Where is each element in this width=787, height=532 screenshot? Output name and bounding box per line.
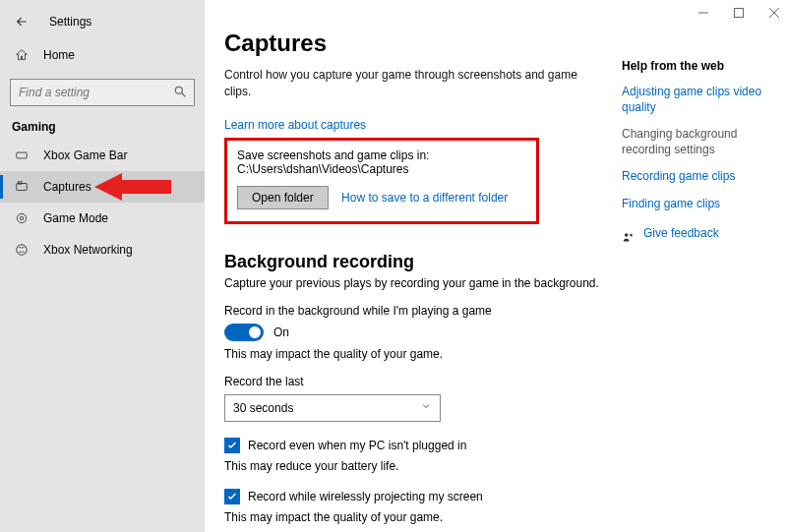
sidebar-item-xbox-game-bar[interactable]: Xbox Game Bar: [0, 140, 205, 171]
help-panel: Help from the web Adjusting game clips v…: [622, 59, 769, 253]
app-title: Settings: [49, 15, 91, 29]
search-icon: [173, 85, 187, 101]
page-title: Captures: [224, 30, 763, 57]
bg-toggle-note: This may impact the quality of your game…: [224, 347, 763, 361]
how-to-save-link[interactable]: How to save to a different folder: [341, 191, 508, 205]
toggle-track-icon: [224, 324, 264, 341]
record-unplugged-label: Record even when my PC isn't plugged in: [248, 439, 466, 452]
xbox-networking-icon: [14, 243, 30, 257]
sidebar: Settings Home Gaming Xbox Game Bar Ca: [0, 0, 205, 532]
feedback-icon: [622, 231, 636, 248]
sidebar-item-game-mode[interactable]: Game Mode: [0, 203, 205, 234]
search-wrap: [10, 79, 195, 106]
svg-point-0: [175, 87, 182, 93]
chevron-down-icon: [420, 400, 432, 415]
window-controls: [696, 6, 781, 20]
svg-marker-5: [94, 173, 171, 201]
svg-rect-2: [17, 152, 28, 158]
save-path-text: Save screenshots and game clips in: C:\U…: [237, 148, 526, 176]
home-icon: [14, 48, 30, 62]
bg-toggle[interactable]: On: [224, 324, 763, 341]
titlebar: Settings: [0, 6, 205, 37]
open-folder-button[interactable]: Open folder: [237, 186, 329, 209]
sidebar-item-label: Xbox Game Bar: [43, 148, 127, 162]
help-link-adjust-quality[interactable]: Adjusting game clips video quality: [622, 85, 769, 115]
help-text-muted: Changing background recording settings: [622, 127, 769, 157]
give-feedback[interactable]: Give feedback: [622, 226, 769, 254]
bg-toggle-state: On: [273, 325, 289, 339]
background-recording-sub: Capture your previous plays by recording…: [224, 276, 763, 290]
record-last-value: 30 seconds: [233, 401, 293, 415]
learn-more-link[interactable]: Learn more about captures: [224, 118, 366, 132]
sidebar-item-label: Captures: [43, 180, 91, 194]
svg-point-6: [17, 213, 26, 222]
sidebar-item-label: Xbox Networking: [43, 243, 133, 257]
record-last-label: Record the last: [224, 375, 763, 388]
captures-icon: [14, 180, 30, 194]
sidebar-item-label: Game Mode: [43, 211, 108, 225]
record-wireless-note: This may impact the quality of your game…: [224, 510, 763, 524]
help-heading: Help from the web: [622, 59, 769, 73]
checkbox-checked-icon: [224, 489, 240, 504]
page-intro: Control how you capture your game throug…: [224, 67, 578, 100]
background-recording-heading: Background recording: [224, 252, 763, 272]
close-button[interactable]: [767, 6, 781, 20]
record-unplugged-checkbox[interactable]: Record even when my PC isn't plugged in: [224, 438, 763, 453]
record-last-select[interactable]: 30 seconds: [224, 394, 441, 422]
sidebar-section-label: Gaming: [0, 106, 205, 140]
back-button[interactable]: [12, 12, 31, 31]
svg-rect-11: [735, 9, 744, 18]
svg-line-1: [182, 93, 186, 97]
search-input[interactable]: [10, 79, 195, 106]
help-link-finding-clips[interactable]: Finding game clips: [622, 197, 769, 212]
sidebar-item-xbox-networking[interactable]: Xbox Networking: [0, 234, 205, 266]
bg-toggle-label: Record in the background while I'm playi…: [224, 304, 763, 318]
record-wireless-label: Record while wirelessly projecting my sc…: [248, 490, 483, 503]
gamemode-icon: [14, 211, 30, 225]
give-feedback-label: Give feedback: [643, 226, 719, 242]
annotation-arrow-icon: [94, 171, 173, 206]
checkbox-checked-icon: [224, 438, 240, 453]
gamebar-icon: [14, 148, 30, 162]
record-wireless-checkbox[interactable]: Record while wirelessly projecting my sc…: [224, 489, 763, 504]
help-link-recording-clips[interactable]: Recording game clips: [622, 169, 769, 185]
minimize-button[interactable]: [696, 6, 710, 20]
sidebar-item-home[interactable]: Home: [0, 39, 205, 71]
svg-rect-3: [17, 184, 28, 191]
svg-point-8: [17, 245, 28, 256]
sidebar-item-label: Home: [43, 48, 75, 62]
svg-point-9: [625, 233, 629, 237]
sidebar-item-captures[interactable]: Captures: [0, 171, 205, 203]
maximize-button[interactable]: [732, 6, 746, 20]
save-location-block: Save screenshots and game clips in: C:\U…: [224, 138, 539, 224]
svg-rect-4: [19, 182, 23, 184]
record-unplugged-note: This may reduce your battery life.: [224, 459, 763, 473]
svg-point-7: [20, 216, 24, 220]
